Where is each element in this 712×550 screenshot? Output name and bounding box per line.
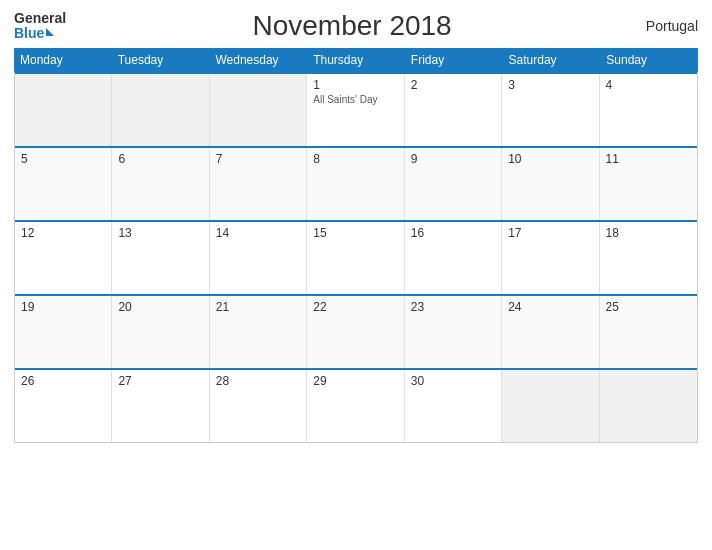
logo-blue-part: Blue (14, 25, 66, 41)
day-cell-1-5: 10 (502, 148, 599, 220)
day-cell-0-0 (15, 74, 112, 146)
day-header-thursday: Thursday (307, 48, 405, 72)
calendar-title: November 2018 (66, 10, 638, 42)
day-cell-2-1: 13 (112, 222, 209, 294)
day-number: 3 (508, 78, 592, 92)
day-number: 5 (21, 152, 105, 166)
day-cell-1-2: 7 (210, 148, 307, 220)
day-number: 17 (508, 226, 592, 240)
day-number: 16 (411, 226, 495, 240)
logo-general: General (14, 11, 66, 25)
day-number: 25 (606, 300, 691, 314)
day-number: 28 (216, 374, 300, 388)
day-cell-4-6 (600, 370, 697, 442)
day-cell-0-5: 3 (502, 74, 599, 146)
day-cell-1-6: 11 (600, 148, 697, 220)
day-number: 19 (21, 300, 105, 314)
country-label: Portugal (638, 18, 698, 34)
day-number: 9 (411, 152, 495, 166)
day-number: 14 (216, 226, 300, 240)
day-number: 18 (606, 226, 691, 240)
day-cell-2-6: 18 (600, 222, 697, 294)
day-cell-1-4: 9 (405, 148, 502, 220)
day-cell-2-4: 16 (405, 222, 502, 294)
calendar-grid: 1All Saints' Day234567891011121314151617… (14, 72, 698, 443)
day-cell-0-1 (112, 74, 209, 146)
day-cell-3-4: 23 (405, 296, 502, 368)
day-cell-0-6: 4 (600, 74, 697, 146)
calendar-wrapper: General Blue November 2018 Portugal Mond… (0, 0, 712, 550)
logo-triangle-icon (46, 28, 54, 36)
day-cell-4-2: 28 (210, 370, 307, 442)
week-row-5: 2627282930 (15, 368, 697, 443)
calendar-header: General Blue November 2018 Portugal (14, 10, 698, 42)
day-cell-3-3: 22 (307, 296, 404, 368)
week-row-1: 1All Saints' Day234 (15, 72, 697, 146)
day-number: 11 (606, 152, 691, 166)
week-row-4: 19202122232425 (15, 294, 697, 368)
day-number: 30 (411, 374, 495, 388)
day-number: 13 (118, 226, 202, 240)
day-cell-3-5: 24 (502, 296, 599, 368)
day-event: All Saints' Day (313, 94, 397, 105)
day-header-sunday: Sunday (600, 48, 698, 72)
day-cell-4-0: 26 (15, 370, 112, 442)
day-number: 6 (118, 152, 202, 166)
day-number: 15 (313, 226, 397, 240)
day-cell-0-3: 1All Saints' Day (307, 74, 404, 146)
logo-blue-text: Blue (14, 25, 44, 41)
day-number: 8 (313, 152, 397, 166)
day-cell-4-5 (502, 370, 599, 442)
logo: General Blue (14, 11, 66, 41)
day-cell-1-0: 5 (15, 148, 112, 220)
day-header-wednesday: Wednesday (209, 48, 307, 72)
day-cell-4-1: 27 (112, 370, 209, 442)
day-cell-2-5: 17 (502, 222, 599, 294)
day-number: 4 (606, 78, 691, 92)
day-cell-1-1: 6 (112, 148, 209, 220)
day-number: 23 (411, 300, 495, 314)
day-cell-0-4: 2 (405, 74, 502, 146)
day-number: 29 (313, 374, 397, 388)
day-number: 20 (118, 300, 202, 314)
day-number: 7 (216, 152, 300, 166)
day-cell-4-4: 30 (405, 370, 502, 442)
day-cell-3-0: 19 (15, 296, 112, 368)
day-number: 12 (21, 226, 105, 240)
day-header-monday: Monday (14, 48, 112, 72)
day-cell-3-1: 20 (112, 296, 209, 368)
day-header-tuesday: Tuesday (112, 48, 210, 72)
day-header-friday: Friday (405, 48, 503, 72)
day-header-saturday: Saturday (503, 48, 601, 72)
day-number: 24 (508, 300, 592, 314)
week-row-2: 567891011 (15, 146, 697, 220)
day-cell-1-3: 8 (307, 148, 404, 220)
logo-text: General Blue (14, 11, 66, 41)
days-header: Monday Tuesday Wednesday Thursday Friday… (14, 48, 698, 72)
day-cell-3-2: 21 (210, 296, 307, 368)
day-cell-2-0: 12 (15, 222, 112, 294)
week-row-3: 12131415161718 (15, 220, 697, 294)
day-cell-3-6: 25 (600, 296, 697, 368)
day-number: 10 (508, 152, 592, 166)
day-cell-0-2 (210, 74, 307, 146)
day-number: 1 (313, 78, 397, 92)
day-number: 26 (21, 374, 105, 388)
day-number: 21 (216, 300, 300, 314)
day-number: 22 (313, 300, 397, 314)
day-number: 27 (118, 374, 202, 388)
day-cell-4-3: 29 (307, 370, 404, 442)
day-cell-2-2: 14 (210, 222, 307, 294)
day-cell-2-3: 15 (307, 222, 404, 294)
day-number: 2 (411, 78, 495, 92)
